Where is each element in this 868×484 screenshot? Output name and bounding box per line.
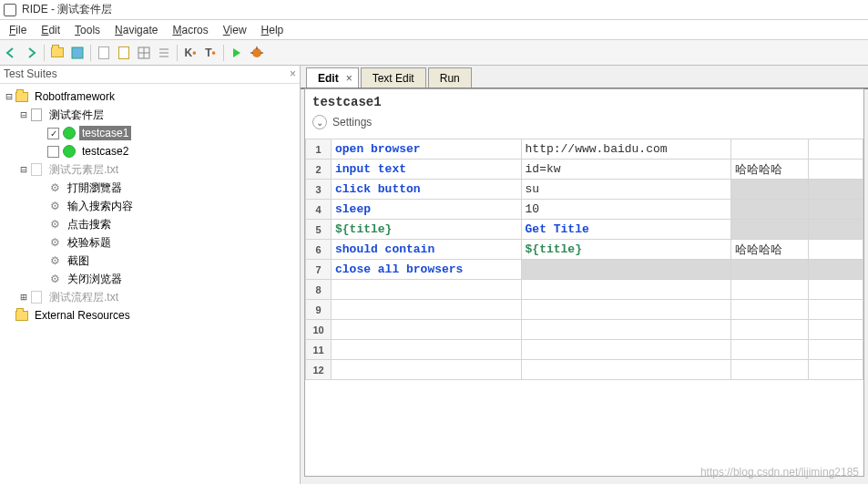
grid-cell[interactable] bbox=[730, 280, 808, 300]
tree-kw4[interactable]: ⚙校验标题 bbox=[0, 233, 300, 252]
grid-cell[interactable] bbox=[730, 200, 808, 220]
tab-text-edit[interactable]: Text Edit bbox=[361, 67, 426, 88]
row-number[interactable]: 9 bbox=[306, 300, 332, 320]
row-number[interactable]: 3 bbox=[306, 180, 332, 200]
grid-cell[interactable]: input text bbox=[332, 160, 522, 180]
grid-cell[interactable] bbox=[730, 340, 808, 360]
new-resource-button[interactable] bbox=[115, 44, 133, 62]
tree-root[interactable]: ⊟Robotframework bbox=[0, 88, 300, 106]
tree-kw6[interactable]: ⚙关闭浏览器 bbox=[0, 270, 300, 288]
grid-cell[interactable] bbox=[332, 280, 522, 300]
menu-tools[interactable]: Tools bbox=[67, 24, 107, 36]
grid-cell[interactable] bbox=[730, 320, 808, 340]
grid-cell[interactable]: sleep bbox=[332, 200, 522, 220]
grid-cell[interactable] bbox=[809, 180, 863, 200]
checkbox-icon[interactable]: ✓ bbox=[47, 128, 59, 139]
tree-kw2[interactable]: ⚙输入搜索内容 bbox=[0, 197, 300, 215]
grid-cell[interactable] bbox=[730, 220, 808, 240]
tab-run[interactable]: Run bbox=[428, 67, 472, 88]
grid-cell[interactable]: ${title} bbox=[521, 240, 730, 260]
testcase-button[interactable]: T• bbox=[201, 44, 220, 62]
menu-view[interactable]: View bbox=[216, 24, 254, 36]
save-button[interactable] bbox=[68, 44, 87, 62]
nav-forward-button[interactable] bbox=[22, 44, 40, 62]
grid-cell[interactable]: 哈哈哈哈 bbox=[730, 160, 808, 180]
grid-cell[interactable] bbox=[521, 300, 730, 320]
grid-cell[interactable]: 10 bbox=[521, 200, 730, 220]
grid-cell[interactable] bbox=[809, 280, 863, 300]
row-number[interactable]: 4 bbox=[306, 200, 332, 220]
grid-cell[interactable]: open browser bbox=[332, 139, 522, 160]
row-number[interactable]: 6 bbox=[306, 240, 332, 260]
tree-kw5[interactable]: ⚙截图 bbox=[0, 252, 300, 270]
keyword-button[interactable]: K• bbox=[181, 44, 199, 62]
row-number[interactable]: 2 bbox=[306, 160, 332, 180]
row-number[interactable]: 8 bbox=[306, 280, 332, 300]
close-icon[interactable]: × bbox=[346, 72, 352, 85]
grid-cell[interactable] bbox=[521, 340, 730, 360]
settings-toggle[interactable]: ⌄ Settings bbox=[305, 111, 863, 139]
grid-cell[interactable]: should contain bbox=[332, 240, 522, 260]
grid-cell[interactable] bbox=[809, 260, 863, 280]
tree-resource1[interactable]: ⊟测试元素层.txt bbox=[0, 160, 300, 179]
grid-cell[interactable] bbox=[809, 300, 863, 320]
grid-cell[interactable]: close all browsers bbox=[332, 260, 522, 280]
grid-cell[interactable] bbox=[730, 180, 808, 200]
grid-cell[interactable] bbox=[809, 200, 863, 220]
grid-cell[interactable] bbox=[332, 300, 522, 320]
grid-cell[interactable]: Get Title bbox=[521, 220, 730, 240]
debug-button[interactable] bbox=[248, 44, 266, 62]
checkbox-icon[interactable] bbox=[47, 146, 59, 158]
grid-cell[interactable] bbox=[332, 360, 522, 380]
row-number[interactable]: 10 bbox=[306, 320, 332, 340]
grid-cell[interactable] bbox=[730, 139, 808, 160]
grid-cell[interactable] bbox=[730, 260, 808, 280]
grid-button[interactable] bbox=[135, 44, 153, 62]
nav-back-button[interactable] bbox=[2, 44, 20, 62]
tree-suite[interactable]: ⊟测试套件层 bbox=[0, 106, 300, 124]
grid-cell[interactable] bbox=[521, 260, 730, 280]
grid-cell[interactable]: http://www.baidu.com bbox=[521, 139, 730, 160]
row-number[interactable]: 1 bbox=[306, 139, 332, 160]
menu-macros[interactable]: Macros bbox=[165, 24, 215, 36]
tree-resource2[interactable]: ⊞测试流程层.txt bbox=[0, 288, 300, 306]
grid-cell[interactable]: ${title} bbox=[332, 220, 522, 240]
tab-edit[interactable]: Edit× bbox=[306, 67, 359, 88]
row-number[interactable]: 7 bbox=[306, 260, 332, 280]
grid-cell[interactable] bbox=[809, 240, 863, 260]
tree-kw3[interactable]: ⚙点击搜索 bbox=[0, 215, 300, 233]
menu-edit[interactable]: Edit bbox=[34, 24, 67, 36]
grid-cell[interactable] bbox=[809, 360, 863, 380]
tree-external[interactable]: External Resources bbox=[0, 306, 300, 324]
grid-cell[interactable]: su bbox=[521, 180, 730, 200]
row-number[interactable]: 12 bbox=[306, 360, 332, 380]
grid-cell[interactable]: click button bbox=[332, 180, 522, 200]
tree-testcase2[interactable]: testcase2 bbox=[0, 142, 300, 160]
menu-navigate[interactable]: Navigate bbox=[107, 24, 165, 36]
run-button[interactable] bbox=[228, 44, 246, 62]
menu-help[interactable]: Help bbox=[254, 24, 291, 36]
grid-cell[interactable] bbox=[809, 220, 863, 240]
menu-file[interactable]: File bbox=[2, 24, 34, 36]
grid-cell[interactable] bbox=[521, 280, 730, 300]
new-file-button[interactable] bbox=[95, 44, 113, 62]
grid-cell[interactable] bbox=[730, 300, 808, 320]
grid-cell[interactable] bbox=[521, 320, 730, 340]
grid-cell[interactable]: 哈哈哈哈 bbox=[730, 240, 808, 260]
row-number[interactable]: 11 bbox=[306, 340, 332, 360]
grid-cell[interactable] bbox=[809, 340, 863, 360]
grid-cell[interactable] bbox=[809, 320, 863, 340]
grid-cell[interactable] bbox=[521, 360, 730, 380]
row-number[interactable]: 5 bbox=[306, 220, 332, 240]
grid-cell[interactable]: id=kw bbox=[521, 160, 730, 180]
grid-cell[interactable] bbox=[332, 340, 522, 360]
tree-kw1[interactable]: ⚙打開瀏覽器 bbox=[0, 179, 300, 197]
grid-cell[interactable] bbox=[809, 139, 863, 160]
list-button[interactable] bbox=[155, 44, 173, 62]
tree-close-icon[interactable]: × bbox=[290, 67, 296, 80]
grid-cell[interactable] bbox=[332, 320, 522, 340]
grid-cell[interactable] bbox=[809, 160, 863, 180]
tree-testcase1[interactable]: ✓testcase1 bbox=[0, 124, 300, 142]
open-button[interactable] bbox=[48, 44, 66, 62]
grid-cell[interactable] bbox=[730, 360, 808, 380]
